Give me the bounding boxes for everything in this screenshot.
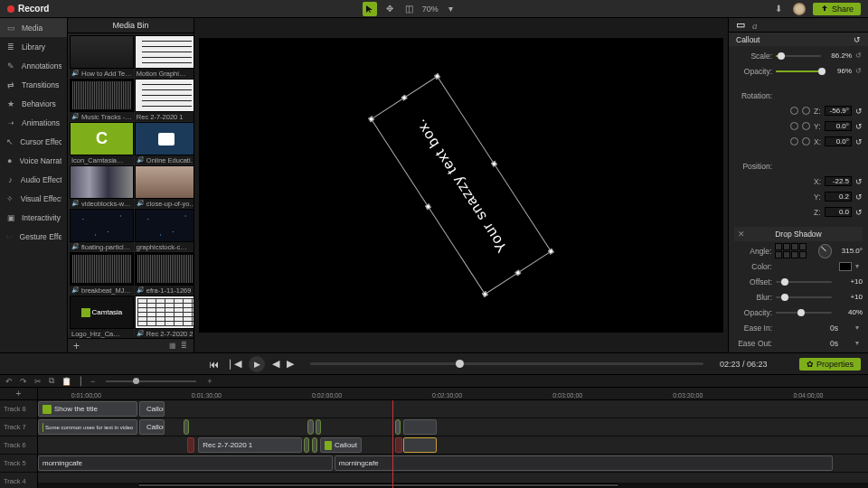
media-item[interactable]: CamtasiaLogo_Hrz_Ca… — [70, 296, 134, 338]
scale-value[interactable]: 86.2% — [825, 52, 852, 60]
sidebar-item-visual-effects[interactable]: ✧Visual Effects — [0, 189, 67, 208]
timeline-zoom-slider[interactable] — [106, 380, 196, 382]
timeline-clip[interactable] — [312, 437, 317, 453]
sidebar-item-transitions[interactable]: ⇄Transitions — [0, 75, 67, 94]
tab-visual-icon[interactable]: ▭ — [736, 19, 745, 31]
offset-slider[interactable] — [776, 281, 832, 283]
canvas-zoom[interactable]: 70% — [422, 5, 439, 14]
angle-value[interactable]: 315.0° — [835, 247, 863, 255]
remove-effect-icon[interactable]: ✕ — [738, 230, 745, 239]
easeout-value[interactable]: 0s — [830, 339, 852, 348]
opacity-value[interactable]: 96% — [825, 67, 852, 75]
color-swatch[interactable] — [839, 262, 852, 271]
hand-tool-icon[interactable]: ✥ — [382, 2, 397, 16]
track-lane[interactable]: Show the titleCallout — [38, 400, 868, 418]
angle-dial[interactable] — [818, 244, 833, 258]
reset-icon[interactable]: ↺ — [855, 137, 863, 146]
sidebar-item-cursor-effects[interactable]: ↖Cursor Effects — [0, 132, 67, 151]
media-item[interactable]: Rec 2-7-2020 1 — [135, 79, 193, 121]
resize-handle[interactable] — [514, 269, 521, 276]
sidebar-item-annotations[interactable]: ✎Annotations — [0, 56, 67, 75]
account-avatar[interactable] — [793, 3, 806, 15]
timeline-clip[interactable]: Callout — [320, 437, 362, 453]
prev-clip-button[interactable]: ⏮ — [209, 359, 219, 370]
track-label[interactable]: Track 6 — [0, 436, 38, 454]
sidebar-item-audio-effects[interactable]: ♪Audio Effects — [0, 170, 67, 189]
shadow-opacity-value[interactable]: 40% — [835, 308, 863, 316]
track-label[interactable]: Track 8 — [0, 400, 38, 418]
rotate-dial-icon[interactable] — [802, 107, 810, 115]
grid-view-icon[interactable]: ▦ — [168, 342, 177, 351]
reset-icon[interactable]: ↺ — [854, 35, 861, 44]
resize-handle[interactable] — [548, 249, 554, 255]
tab-text-icon[interactable]: a — [752, 20, 758, 31]
paste-icon[interactable]: 📋 — [61, 377, 71, 386]
reset-icon[interactable]: ↺ — [855, 208, 863, 217]
timeline-clip[interactable]: Callout — [139, 419, 165, 435]
resize-handle[interactable] — [368, 116, 374, 122]
timeline-clip[interactable]: Some common uses for text in video — [38, 419, 137, 435]
add-media-button[interactable]: + — [73, 340, 80, 352]
timeline-clip[interactable] — [304, 437, 309, 453]
reset-icon[interactable]: ↺ — [855, 107, 863, 116]
timeline-clip[interactable] — [403, 437, 437, 453]
rotate-dial-icon[interactable] — [790, 137, 798, 145]
media-item[interactable]: CIcon_Camtasia… — [70, 122, 134, 164]
rotation-x[interactable]: 0.0° — [825, 136, 852, 146]
track-label[interactable]: Track 4 — [0, 473, 38, 488]
copy-icon[interactable]: ⧉ — [49, 376, 54, 386]
timeline-clip[interactable]: morningcafe — [335, 455, 833, 471]
media-item[interactable]: 🔊How to Add Te… — [70, 35, 134, 78]
track-lane[interactable]: Rec 2-7-2020 1Callout — [38, 436, 868, 454]
track-label[interactable]: Track 5 — [0, 455, 38, 472]
rotate-dial-icon[interactable] — [802, 137, 810, 145]
shadow-opacity-slider[interactable] — [776, 312, 832, 314]
callout-selection[interactable]: Your snazzy text box. — [371, 76, 552, 295]
track-lane[interactable]: morningcafemorningcafe — [38, 455, 868, 472]
undo-icon[interactable]: ↶ — [5, 377, 13, 386]
scrubber-handle[interactable] — [456, 360, 464, 368]
next-clip-button[interactable]: ▶ — [287, 358, 294, 370]
timeline-clip[interactable] — [187, 437, 194, 453]
timeline-clip[interactable] — [395, 437, 402, 453]
timeline-ruler[interactable]: 0:01:00;000:01:30;000:02:00;000:02:30;00… — [38, 388, 868, 399]
timeline-clip[interactable] — [316, 419, 321, 435]
resize-handle[interactable] — [482, 291, 488, 297]
timeline-clip[interactable]: Callout — [139, 401, 165, 417]
download-icon[interactable]: ⬇ — [771, 2, 786, 16]
sidebar-item-interactivity[interactable]: ▣Interactivity — [0, 208, 67, 227]
blur-value[interactable]: +10 — [835, 293, 863, 301]
sidebar-item-behaviors[interactable]: ★Behaviors — [0, 94, 67, 113]
sidebar-item-library[interactable]: ≣Library — [0, 37, 67, 56]
sidebar-item-gesture-effects[interactable]: ☞Gesture Effects — [0, 227, 67, 246]
media-item[interactable]: 🔊Online Educati… — [135, 122, 193, 164]
media-item[interactable]: 🔊breakbeat_MJ… — [70, 252, 134, 295]
offset-value[interactable]: +10 — [835, 277, 863, 286]
track-label[interactable]: Track 7 — [0, 418, 38, 436]
timeline-clip[interactable] — [403, 419, 437, 435]
sidebar-item-voice-narration[interactable]: ●Voice Narration — [0, 151, 67, 170]
timeline-clip[interactable] — [184, 419, 189, 435]
cut-icon[interactable]: ✂ — [34, 377, 42, 386]
canvas[interactable]: Your snazzy text box. — [199, 38, 723, 333]
rotation-z[interactable]: -56.9° — [825, 106, 852, 116]
reset-icon[interactable]: ↺ — [855, 67, 863, 75]
media-item[interactable]: Motion Graphi… — [135, 35, 193, 78]
media-item[interactable]: 🔊floating-particl… — [70, 209, 134, 251]
shadow-presets[interactable] — [775, 243, 814, 258]
media-item[interactable]: 🔊close-up-of-yo… — [135, 165, 193, 208]
redo-icon[interactable]: ↷ — [20, 377, 27, 386]
preview-scrubber[interactable] — [310, 362, 703, 365]
timeline-clip[interactable]: Rec 2-7-2020 1 — [198, 437, 302, 453]
rotate-dial-icon[interactable] — [790, 122, 798, 130]
select-tool-icon[interactable] — [363, 2, 377, 16]
split-icon[interactable]: ⎮ — [79, 377, 83, 386]
reset-icon[interactable]: ↺ — [855, 122, 863, 131]
list-view-icon[interactable]: ≣ — [179, 342, 188, 351]
reset-icon[interactable]: ↺ — [855, 192, 863, 202]
crop-tool-icon[interactable]: ◫ — [402, 2, 417, 16]
sidebar-item-animations[interactable]: ➝Animations — [0, 113, 67, 132]
share-button[interactable]: Share — [813, 3, 861, 15]
timeline-clip[interactable]: Show the title — [38, 401, 137, 417]
track-lane[interactable]: Some common uses for text in videoCallou… — [38, 418, 868, 436]
